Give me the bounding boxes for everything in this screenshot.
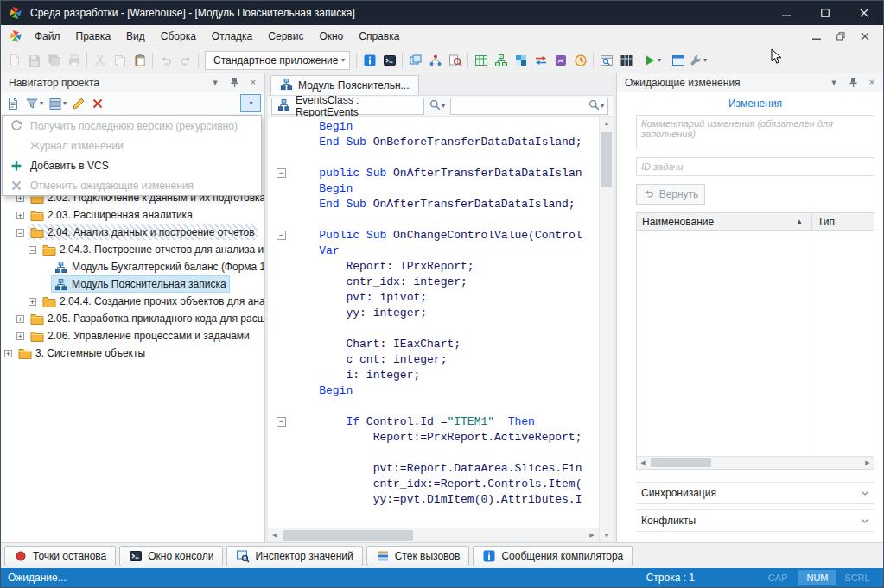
search-icon[interactable] — [588, 98, 600, 114]
reports-button[interactable] — [550, 50, 570, 70]
app-type-combo[interactable]: Стандартное приложение▾ — [205, 51, 350, 70]
menu-item[interactable]: Сервис — [260, 26, 311, 47]
table-hscroll-thumb[interactable] — [651, 458, 711, 467]
context-menu-item[interactable]: Получить последнюю версию (рекурсивно) — [3, 116, 261, 136]
window-list-button[interactable] — [668, 50, 688, 70]
pin-icon[interactable] — [847, 77, 859, 89]
run-button[interactable]: ▾ — [642, 50, 662, 70]
vscroll-thumb[interactable] — [601, 132, 612, 187]
windows-cascade-button[interactable] — [405, 50, 425, 70]
close-icon[interactable]: × — [247, 77, 259, 89]
scroll-right-icon[interactable]: ▶ — [585, 528, 599, 542]
query-tool-button[interactable] — [596, 50, 616, 70]
tree-item[interactable]: +2.06. Управление процессами и задачами — [1, 327, 264, 345]
paste-button[interactable] — [130, 50, 149, 70]
task-id-input[interactable] — [636, 157, 874, 176]
table-body[interactable] — [637, 231, 874, 456]
redo-button[interactable] — [175, 50, 195, 70]
sync-section-header[interactable]: Синхронизация — [636, 482, 874, 504]
dock-tab[interactable]: Точки останова — [4, 546, 116, 566]
tree-item[interactable]: +2.05. Разработка прикладного кода для р… — [1, 310, 264, 327]
tree-expander-icon[interactable]: + — [16, 332, 24, 340]
scroll-left-icon[interactable]: ◀ — [637, 457, 649, 469]
chevron-down-icon[interactable]: ▾ — [828, 77, 840, 89]
tree-item[interactable]: −2.04. Анализ данных и построение отчето… — [1, 224, 264, 241]
dock-tab[interactable]: Окно консоли — [119, 546, 223, 566]
vcs-menu-button[interactable]: ▾ — [240, 94, 261, 112]
scroll-down-icon[interactable]: ▼ — [600, 529, 614, 542]
search-options-icon[interactable]: ▾ — [601, 102, 604, 110]
data-transfer-button[interactable] — [531, 50, 550, 70]
conflicts-section-header[interactable]: Конфликты — [636, 509, 874, 532]
revert-button[interactable]: Вернуть — [636, 184, 705, 205]
save-button[interactable] — [24, 50, 44, 70]
menu-item[interactable]: Справка — [351, 26, 407, 47]
fold-toggle-icon[interactable]: − — [277, 231, 286, 240]
column-header-type[interactable]: Тип — [811, 213, 874, 230]
comment-input[interactable] — [636, 115, 874, 149]
fold-toggle-icon[interactable]: − — [277, 417, 286, 427]
scroll-up-icon[interactable]: ▲ — [600, 117, 614, 130]
pin-icon[interactable] — [228, 77, 240, 89]
dock-tab[interactable]: Сообщения компилятора — [473, 546, 633, 566]
save-all-button[interactable] — [44, 50, 64, 70]
dock-tab[interactable]: Стек вызовов — [366, 546, 470, 566]
context-menu-item[interactable]: Добавить в VCS — [3, 155, 261, 175]
settings-button[interactable]: ▾ — [688, 50, 708, 70]
object-navigator-button[interactable] — [425, 50, 445, 70]
scroll-left-icon[interactable]: ◀ — [268, 528, 282, 542]
mdi-restore-button[interactable] — [831, 28, 850, 44]
nav-new-object-button[interactable] — [4, 94, 22, 113]
menu-item[interactable]: Отладка — [204, 26, 260, 47]
tree-item[interactable]: Модуль Пояснительная записка — [1, 275, 264, 293]
maximize-button[interactable] — [805, 1, 844, 25]
nav-delete-button[interactable] — [89, 94, 106, 113]
mdi-minimize-button[interactable] — [807, 28, 826, 44]
print-button[interactable] — [64, 50, 84, 70]
console-window-button[interactable] — [379, 50, 399, 70]
cut-button[interactable] — [90, 50, 110, 70]
nav-edit-button[interactable] — [70, 94, 87, 113]
scope-search-button[interactable]: ▾ — [427, 98, 448, 115]
undo-button[interactable] — [156, 50, 175, 70]
menu-item[interactable]: Окно — [311, 26, 351, 47]
tree-expander-icon[interactable]: − — [29, 246, 36, 254]
hscroll-thumb[interactable] — [283, 530, 413, 541]
object-search-button[interactable] — [445, 50, 465, 70]
table-hscrollbar[interactable]: ◀ ▶ — [637, 456, 874, 469]
chevron-down-icon[interactable]: ▾ — [209, 77, 221, 89]
dictionaries-button[interactable] — [471, 50, 491, 70]
close-icon[interactable]: × — [866, 77, 878, 89]
scroll-right-icon[interactable]: ▶ — [862, 457, 874, 469]
cubes-button[interactable] — [511, 50, 531, 70]
tree-expander-icon[interactable]: − — [16, 229, 24, 237]
tree-item[interactable]: Модуль Бухгалтерский баланс (Форма 1) — [1, 258, 264, 275]
tree-expander-icon[interactable]: + — [4, 350, 12, 357]
mdi-close-button[interactable] — [855, 28, 874, 44]
editor-hscrollbar[interactable]: ◀ ▶ — [268, 528, 599, 542]
nav-view-mode-button[interactable]: ▾ — [47, 94, 68, 113]
context-menu-item[interactable]: Журнал изменений — [3, 136, 261, 155]
new-button[interactable] — [4, 50, 24, 70]
editor-vscrollbar[interactable]: ▲ ▼ — [599, 117, 614, 542]
code-area[interactable]: −−− Begin End Sub OnBeforeTransferDataDa… — [268, 117, 599, 528]
tree-item[interactable]: −2.04.3. Построение отчетов для анализа … — [1, 241, 264, 258]
tree-expander-icon[interactable]: + — [16, 315, 24, 323]
column-header-name[interactable]: Наименование ▲ — [637, 213, 811, 230]
scheduler-button[interactable] — [570, 50, 590, 70]
tree-item[interactable]: +3. Системные объекты — [1, 345, 264, 362]
copy-button[interactable] — [110, 50, 130, 70]
about-button[interactable] — [359, 50, 379, 70]
scope-combo[interactable]: EventsClass : ReportEvents — [271, 98, 424, 115]
context-menu-item[interactable]: Отменить ожидающие изменения — [3, 175, 261, 195]
menu-item[interactable]: Сборка — [153, 26, 204, 47]
menu-item[interactable]: Вид — [118, 26, 153, 47]
dock-tab[interactable]: Инспектор значений — [226, 546, 362, 566]
tree-expander-icon[interactable]: + — [29, 298, 36, 306]
tree-expander-icon[interactable]: + — [16, 212, 24, 219]
search-input[interactable] — [455, 99, 588, 113]
tree-item[interactable]: +2.04.4. Создание прочих объектов для ан… — [1, 293, 264, 310]
close-button[interactable] — [844, 1, 883, 25]
changes-section-link[interactable]: Изменения — [636, 92, 874, 115]
minimize-button[interactable] — [766, 1, 805, 25]
